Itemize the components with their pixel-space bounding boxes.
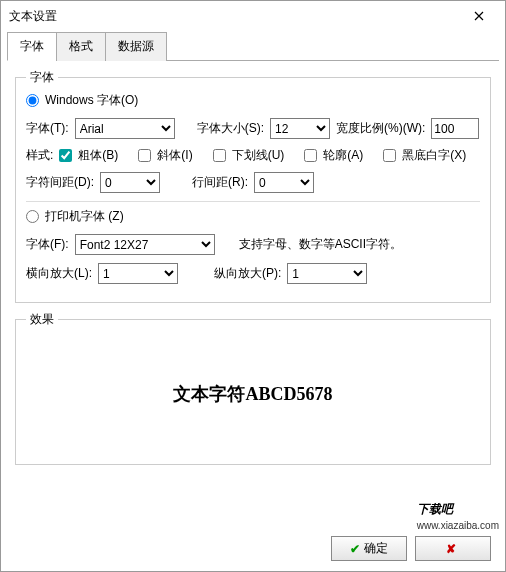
printer-font-label: 字体(F): [26, 236, 69, 253]
tab-font[interactable]: 字体 [7, 32, 57, 61]
close-icon [474, 11, 484, 21]
cancel-button[interactable]: ✘ [415, 536, 491, 561]
effect-group: 效果 文本字符ABCD5678 [15, 311, 491, 465]
font-label: 字体(T): [26, 120, 69, 137]
outline-checkbox[interactable]: 轮廓(A) [304, 147, 363, 164]
charspace-select[interactable]: 0 [100, 172, 160, 193]
size-select[interactable]: 12 [270, 118, 330, 139]
ok-button-label: 确定 [364, 540, 388, 557]
ok-button[interactable]: ✔ 确定 [331, 536, 407, 561]
linespace-select[interactable]: 0 [254, 172, 314, 193]
printer-font-note: 支持字母、数字等ASCII字符。 [239, 236, 402, 253]
printer-font-radio[interactable]: 打印机字体 (Z) [26, 208, 124, 225]
tab-datasource[interactable]: 数据源 [105, 32, 167, 61]
hscale-label: 横向放大(L): [26, 265, 92, 282]
vscale-label: 纵向放大(P): [214, 265, 281, 282]
windows-font-radio-label: Windows 字体(O) [45, 92, 138, 109]
x-icon: ✘ [446, 542, 456, 556]
font-group-legend: 字体 [26, 69, 58, 86]
width-label: 宽度比例(%)(W): [336, 120, 425, 137]
effect-legend: 效果 [26, 311, 58, 328]
underline-checkbox[interactable]: 下划线(U) [213, 147, 285, 164]
preview-text: 文本字符ABCD5678 [26, 334, 480, 454]
size-label: 字体大小(S): [197, 120, 264, 137]
italic-checkbox[interactable]: 斜体(I) [138, 147, 192, 164]
printer-font-radio-label: 打印机字体 (Z) [45, 208, 124, 225]
tab-format[interactable]: 格式 [56, 32, 106, 61]
printer-font-select[interactable]: Font2 12X27 [75, 234, 215, 255]
font-select[interactable]: Arial [75, 118, 175, 139]
style-label: 样式: [26, 147, 53, 164]
watermark: 下载吧 www.xiazaiba.com [417, 489, 499, 531]
tab-bar: 字体 格式 数据源 [7, 31, 499, 61]
check-icon: ✔ [350, 542, 360, 556]
printer-font-radio-input[interactable] [26, 210, 39, 223]
window-title: 文本设置 [9, 8, 461, 25]
invert-checkbox[interactable]: 黑底白字(X) [383, 147, 466, 164]
vscale-select[interactable]: 1 [287, 263, 367, 284]
windows-font-radio-input[interactable] [26, 94, 39, 107]
hscale-select[interactable]: 1 [98, 263, 178, 284]
linespace-label: 行间距(R): [192, 174, 248, 191]
font-group: 字体 Windows 字体(O) 字体(T): Arial 字体大小(S): 1… [15, 69, 491, 303]
separator [26, 201, 480, 202]
bold-checkbox[interactable]: 粗体(B) [59, 147, 118, 164]
windows-font-radio[interactable]: Windows 字体(O) [26, 92, 138, 109]
close-button[interactable] [461, 2, 497, 30]
charspace-label: 字符间距(D): [26, 174, 94, 191]
width-input[interactable] [431, 118, 479, 139]
